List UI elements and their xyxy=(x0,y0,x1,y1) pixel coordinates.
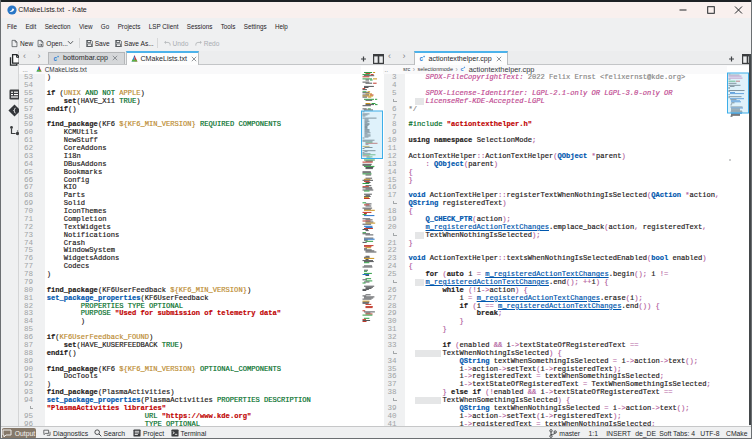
svg-text:c: c xyxy=(461,66,464,72)
svg-text:c: c xyxy=(419,55,423,62)
svg-text:c: c xyxy=(54,55,58,62)
